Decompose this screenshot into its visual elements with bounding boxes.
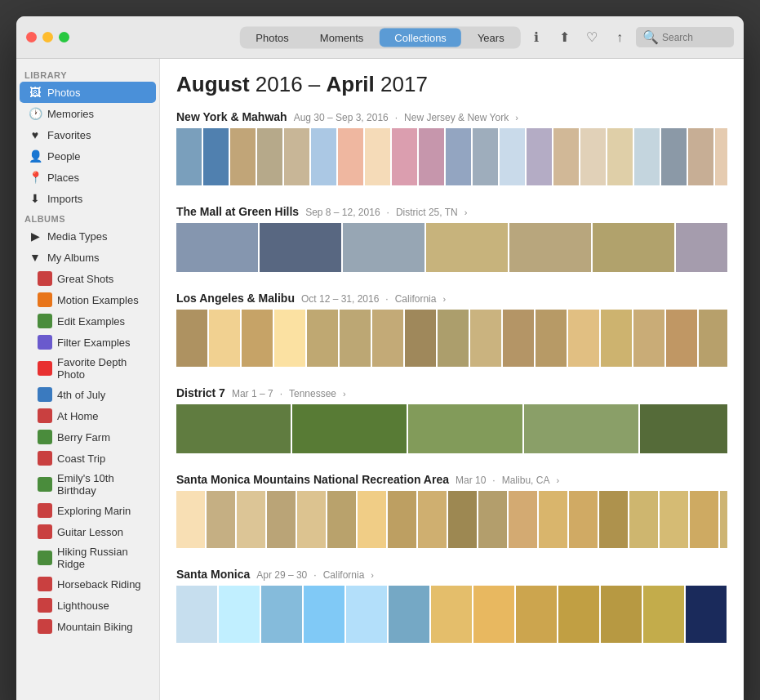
search-input[interactable] — [662, 32, 736, 43]
sidebar-item-places[interactable]: 📍 Places — [20, 167, 156, 188]
sidebar-item-horseback-riding[interactable]: Horseback Riding — [20, 573, 156, 595]
tab-collections[interactable]: Collections — [380, 28, 461, 47]
photo-cell[interactable] — [593, 223, 674, 272]
photo-cell[interactable] — [676, 223, 727, 272]
collection-location[interactable]: New Jersey & New York — [404, 112, 509, 123]
sidebar-item-coast-trip[interactable]: Coast Trip — [20, 448, 156, 469]
photo-cell[interactable] — [629, 491, 658, 548]
photo-cell[interactable] — [311, 128, 336, 185]
close-button[interactable] — [26, 32, 37, 42]
photo-cell[interactable] — [558, 586, 599, 643]
sidebar-item-great-shots[interactable]: Great Shots — [20, 268, 156, 289]
sidebar-item-emilys-birthday[interactable]: Emily's 10th Birthday — [20, 469, 156, 500]
photo-cell[interactable] — [176, 586, 217, 643]
photo-cell[interactable] — [690, 491, 718, 548]
photo-cell[interactable] — [580, 128, 606, 185]
photo-cell[interactable] — [509, 223, 591, 272]
upload-button[interactable]: ↑ — [608, 26, 631, 49]
sidebar-item-at-home[interactable]: At Home — [20, 405, 156, 426]
photo-cell[interactable] — [473, 586, 514, 643]
sidebar-item-lighthouse[interactable]: Lighthouse — [20, 595, 156, 616]
photo-cell[interactable] — [569, 491, 598, 548]
tab-years[interactable]: Years — [463, 28, 519, 47]
collection-location[interactable]: California — [395, 293, 437, 305]
photo-cell[interactable] — [599, 491, 628, 548]
photo-cell[interactable] — [699, 310, 727, 367]
photo-cell[interactable] — [536, 310, 567, 367]
favorite-button[interactable]: ♡ — [580, 26, 603, 49]
photo-cell[interactable] — [242, 310, 273, 367]
photo-cell[interactable] — [470, 310, 501, 367]
sidebar-item-favorites[interactable]: ♥ Favorites — [20, 124, 156, 145]
collection-header[interactable]: Santa Monica Mountains National Recreati… — [176, 473, 727, 486]
photo-cell[interactable] — [176, 404, 291, 453]
photo-cell[interactable] — [643, 586, 684, 643]
photo-cell[interactable] — [607, 128, 633, 185]
photo-cell[interactable] — [176, 223, 258, 272]
photo-cell[interactable] — [219, 586, 260, 643]
photo-cell[interactable] — [389, 586, 429, 643]
collection-location[interactable]: Tennessee — [289, 388, 336, 399]
photo-cell[interactable] — [431, 586, 472, 643]
photo-cell[interactable] — [260, 223, 341, 272]
photo-cell[interactable] — [634, 128, 660, 185]
minimize-button[interactable] — [42, 32, 53, 42]
photo-cell[interactable] — [237, 491, 265, 548]
photo-cell[interactable] — [446, 128, 471, 185]
sidebar-item-mountain-biking[interactable]: Mountain Biking — [20, 616, 156, 637]
photo-cell[interactable] — [438, 310, 469, 367]
photo-cell[interactable] — [307, 310, 338, 367]
sidebar-item-motion-examples[interactable]: Motion Examples — [20, 289, 156, 310]
photo-cell[interactable] — [688, 128, 713, 185]
photo-cell[interactable] — [230, 128, 256, 185]
sidebar-item-hiking-russian[interactable]: Hiking Russian Ridge — [20, 542, 156, 573]
photo-cell[interactable] — [257, 128, 282, 185]
sidebar-item-berry-farm[interactable]: Berry Farm — [20, 426, 156, 448]
photo-cell[interactable] — [327, 491, 356, 548]
photo-cell[interactable] — [392, 128, 417, 185]
sidebar-item-exploring-marin[interactable]: Exploring Marin — [20, 500, 156, 521]
photo-cell[interactable] — [209, 310, 240, 367]
sidebar-item-people[interactable]: 👤 People — [20, 145, 156, 167]
search-box[interactable]: 🔍 — [636, 27, 734, 47]
sidebar-item-filter-examples[interactable]: Filter Examples — [20, 332, 156, 353]
photo-cell[interactable] — [473, 128, 498, 185]
sidebar-item-photos[interactable]: 🖼 Photos — [20, 82, 156, 103]
photo-cell[interactable] — [207, 491, 235, 548]
photo-cell[interactable] — [633, 310, 664, 367]
info-button[interactable]: ℹ — [525, 26, 548, 49]
photo-cell[interactable] — [340, 310, 371, 367]
sidebar-item-guitar-lesson[interactable]: Guitar Lesson — [20, 521, 156, 542]
share-button[interactable]: ⬆ — [553, 26, 576, 49]
photo-cell[interactable] — [715, 128, 727, 185]
collection-header[interactable]: District 7 Mar 1 – 7 · Tennessee › — [176, 386, 727, 399]
photo-cell[interactable] — [661, 128, 687, 185]
photo-cell[interactable] — [553, 128, 579, 185]
photo-cell[interactable] — [261, 586, 302, 643]
photo-cell[interactable] — [304, 586, 344, 643]
photo-cell[interactable] — [516, 586, 557, 643]
sidebar-item-media-types[interactable]: ▶ Media Types — [20, 225, 156, 247]
photo-cell[interactable] — [419, 128, 444, 185]
photo-cell[interactable] — [601, 310, 632, 367]
collection-location[interactable]: Malibu, CA — [502, 475, 550, 486]
photo-cell[interactable] — [426, 223, 508, 272]
collection-header[interactable]: Los Angeles & Malibu Oct 12 – 31, 2016 ·… — [176, 292, 727, 305]
photo-cell[interactable] — [660, 491, 688, 548]
photo-cell[interactable] — [418, 491, 447, 548]
tab-photos[interactable]: Photos — [241, 28, 303, 47]
photo-cell[interactable] — [720, 491, 727, 548]
tab-moments[interactable]: Moments — [305, 28, 378, 47]
photo-cell[interactable] — [338, 128, 363, 185]
sidebar-item-imports[interactable]: ⬇ Imports — [20, 188, 156, 209]
photo-cell[interactable] — [527, 128, 552, 185]
photo-cell[interactable] — [686, 586, 727, 643]
sidebar-item-edit-examples[interactable]: Edit Examples — [20, 310, 156, 332]
photo-cell[interactable] — [503, 310, 534, 367]
photo-cell[interactable] — [346, 586, 387, 643]
photo-cell[interactable] — [176, 491, 205, 548]
photo-cell[interactable] — [284, 128, 309, 185]
maximize-button[interactable] — [59, 32, 69, 42]
photo-cell[interactable] — [388, 491, 416, 548]
photo-cell[interactable] — [372, 310, 403, 367]
